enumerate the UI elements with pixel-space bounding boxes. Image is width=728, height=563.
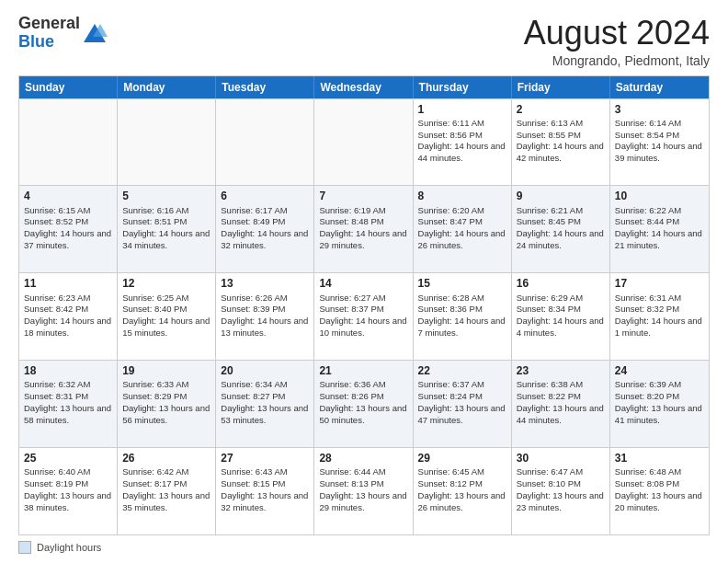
- day-info-line: Sunset: 8:22 PM: [517, 391, 605, 403]
- day-info-line: Sunset: 8:56 PM: [418, 130, 506, 142]
- cal-cell-6: 6Sunrise: 6:17 AMSunset: 8:49 PMDaylight…: [216, 186, 314, 272]
- day-info-line: Sunset: 8:55 PM: [517, 130, 605, 142]
- day-number: 15: [418, 276, 506, 291]
- calendar-row-2: 4Sunrise: 6:15 AMSunset: 8:52 PMDaylight…: [19, 185, 709, 272]
- cal-cell-20: 20Sunrise: 6:34 AMSunset: 8:27 PMDayligh…: [216, 361, 314, 447]
- day-number: 22: [418, 363, 506, 378]
- day-info-line: Daylight: 13 hours and 44 minutes.: [517, 403, 605, 427]
- day-info-line: Sunrise: 6:19 AM: [319, 205, 407, 217]
- day-info-line: Daylight: 13 hours and 26 minutes.: [418, 490, 506, 514]
- calendar-row-3: 11Sunrise: 6:23 AMSunset: 8:42 PMDayligh…: [19, 272, 709, 360]
- day-info-line: Daylight: 14 hours and 39 minutes.: [615, 141, 704, 165]
- day-number: 10: [615, 189, 704, 203]
- location: Mongrando, Piedmont, Italy: [524, 53, 710, 68]
- day-info-line: Sunrise: 6:39 AM: [615, 379, 704, 391]
- day-info-line: Daylight: 14 hours and 7 minutes.: [418, 316, 506, 339]
- day-number: 25: [24, 451, 112, 465]
- calendar-row-5: 25Sunrise: 6:40 AMSunset: 8:19 PMDayligh…: [19, 447, 709, 534]
- logo: General Blue: [18, 15, 108, 52]
- day-number: 30: [517, 451, 605, 465]
- cal-cell-2: 2Sunrise: 6:13 AMSunset: 8:55 PMDaylight…: [512, 99, 610, 186]
- day-info-line: Sunset: 8:26 PM: [319, 391, 407, 403]
- footer-color-box: [18, 541, 31, 554]
- header-day-saturday: Saturday: [610, 76, 709, 98]
- day-info-line: Daylight: 14 hours and 34 minutes.: [122, 228, 210, 252]
- day-number: 9: [517, 189, 605, 203]
- day-info-line: Sunrise: 6:20 AM: [418, 205, 506, 217]
- day-info-line: Daylight: 14 hours and 1 minute.: [615, 316, 704, 339]
- day-info-line: Sunset: 8:24 PM: [418, 391, 506, 403]
- cal-cell-9: 9Sunrise: 6:21 AMSunset: 8:45 PMDaylight…: [512, 186, 610, 272]
- day-number: 1: [418, 102, 506, 117]
- day-info-line: Daylight: 14 hours and 21 minutes.: [615, 228, 704, 252]
- day-info-line: Sunrise: 6:38 AM: [517, 379, 605, 391]
- day-info-line: Daylight: 13 hours and 38 minutes.: [24, 490, 112, 514]
- cal-cell-31: 31Sunrise: 6:48 AMSunset: 8:08 PMDayligh…: [610, 448, 709, 534]
- day-info-line: Daylight: 14 hours and 15 minutes.: [122, 316, 210, 339]
- cal-cell-11: 11Sunrise: 6:23 AMSunset: 8:42 PMDayligh…: [19, 273, 118, 360]
- day-info-line: Sunrise: 6:21 AM: [517, 205, 605, 217]
- day-info-line: Daylight: 14 hours and 24 minutes.: [517, 228, 605, 252]
- day-info-line: Daylight: 13 hours and 47 minutes.: [418, 403, 506, 427]
- header-day-thursday: Thursday: [414, 76, 512, 98]
- day-info-line: Sunset: 8:08 PM: [615, 478, 704, 490]
- logo-blue: Blue: [18, 32, 54, 51]
- cal-cell-19: 19Sunrise: 6:33 AMSunset: 8:29 PMDayligh…: [118, 361, 216, 447]
- day-info-line: Sunset: 8:13 PM: [319, 478, 407, 490]
- cal-cell-27: 27Sunrise: 6:43 AMSunset: 8:15 PMDayligh…: [216, 448, 314, 534]
- day-info-line: Sunset: 8:36 PM: [418, 304, 506, 316]
- cal-cell-17: 17Sunrise: 6:31 AMSunset: 8:32 PMDayligh…: [610, 273, 709, 360]
- day-info-line: Sunset: 8:52 PM: [24, 216, 112, 228]
- cal-cell-23: 23Sunrise: 6:38 AMSunset: 8:22 PMDayligh…: [512, 361, 610, 447]
- day-info-line: Sunset: 8:45 PM: [517, 216, 605, 228]
- day-info-line: Sunset: 8:20 PM: [615, 391, 704, 403]
- day-info-line: Sunset: 8:15 PM: [221, 478, 309, 490]
- cal-cell-3: 3Sunrise: 6:14 AMSunset: 8:54 PMDaylight…: [610, 99, 709, 186]
- day-number: 2: [517, 102, 605, 117]
- cal-cell-30: 30Sunrise: 6:47 AMSunset: 8:10 PMDayligh…: [512, 448, 610, 534]
- calendar: SundayMondayTuesdayWednesdayThursdayFrid…: [18, 75, 710, 535]
- day-number: 27: [221, 451, 309, 465]
- day-info-line: Daylight: 13 hours and 32 minutes.: [221, 490, 309, 514]
- day-info-line: Sunrise: 6:11 AM: [418, 118, 506, 130]
- cal-cell-12: 12Sunrise: 6:25 AMSunset: 8:40 PMDayligh…: [118, 273, 216, 360]
- day-info-line: Sunrise: 6:48 AM: [615, 466, 704, 478]
- cal-cell-8: 8Sunrise: 6:20 AMSunset: 8:47 PMDaylight…: [414, 186, 512, 272]
- calendar-header: SundayMondayTuesdayWednesdayThursdayFrid…: [19, 76, 709, 98]
- day-info-line: Sunrise: 6:16 AM: [122, 205, 210, 217]
- logo-text: General Blue: [18, 15, 80, 52]
- day-info-line: Sunrise: 6:27 AM: [319, 293, 407, 304]
- cal-cell-13: 13Sunrise: 6:26 AMSunset: 8:39 PMDayligh…: [216, 273, 314, 360]
- day-info-line: Sunset: 8:31 PM: [24, 391, 112, 403]
- month-year: August 2024: [524, 15, 710, 52]
- day-info-line: Daylight: 13 hours and 53 minutes.: [221, 403, 309, 427]
- day-number: 7: [319, 189, 407, 203]
- day-number: 17: [615, 276, 704, 291]
- logo-icon: [82, 20, 108, 46]
- cal-cell-15: 15Sunrise: 6:28 AMSunset: 8:36 PMDayligh…: [414, 273, 512, 360]
- cal-cell-empty-0-2: [216, 99, 314, 186]
- day-info-line: Sunrise: 6:22 AM: [615, 205, 704, 217]
- calendar-row-1: 1Sunrise: 6:11 AMSunset: 8:56 PMDaylight…: [19, 98, 709, 186]
- day-info-line: Daylight: 13 hours and 23 minutes.: [517, 490, 605, 514]
- day-info-line: Sunset: 8:17 PM: [122, 478, 210, 490]
- day-info-line: Sunrise: 6:47 AM: [517, 466, 605, 478]
- cal-cell-21: 21Sunrise: 6:36 AMSunset: 8:26 PMDayligh…: [314, 361, 413, 447]
- day-info-line: Sunset: 8:54 PM: [615, 130, 704, 142]
- day-info-line: Sunrise: 6:44 AM: [319, 466, 407, 478]
- header-day-wednesday: Wednesday: [314, 76, 413, 98]
- cal-cell-empty-0-1: [118, 99, 216, 186]
- day-number: 20: [221, 363, 309, 378]
- day-info-line: Sunset: 8:32 PM: [615, 304, 704, 316]
- page: General Blue August 2024 Mongrando, Pied…: [0, 0, 728, 563]
- day-info-line: Daylight: 14 hours and 13 minutes.: [221, 316, 309, 339]
- header-day-tuesday: Tuesday: [216, 76, 314, 98]
- footer: Daylight hours: [18, 541, 710, 554]
- day-info-line: Sunrise: 6:36 AM: [319, 379, 407, 391]
- day-info-line: Sunrise: 6:13 AM: [517, 118, 605, 130]
- day-number: 29: [418, 451, 506, 465]
- day-info-line: Sunrise: 6:26 AM: [221, 293, 309, 304]
- day-info-line: Sunrise: 6:33 AM: [122, 379, 210, 391]
- day-number: 23: [517, 363, 605, 378]
- cal-cell-22: 22Sunrise: 6:37 AMSunset: 8:24 PMDayligh…: [414, 361, 512, 447]
